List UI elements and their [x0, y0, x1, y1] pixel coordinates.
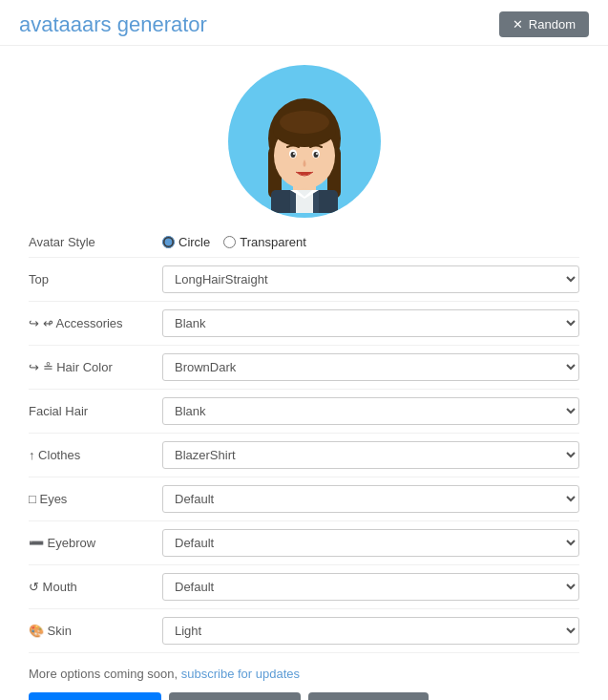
- accessories-value: Blank Kurt Prescription01 Prescription02…: [162, 309, 579, 337]
- avatar-style-transparent-option[interactable]: Transparent: [223, 235, 306, 249]
- clothes-value: BlazerShirt BlazerSweater CollarSweater …: [162, 441, 579, 469]
- app-header: avataaars generator ✕ Random: [0, 0, 608, 46]
- avatar-svg: [233, 70, 376, 213]
- top-row: Top LongHairStraight LongHairBigHair Lon…: [29, 258, 579, 302]
- top-value: LongHairStraight LongHairBigHair LongHai…: [162, 265, 579, 293]
- download-svg-button[interactable]: ⬇ Download SVG: [169, 692, 301, 700]
- subscribe-link[interactable]: subscribe for updates: [181, 667, 300, 681]
- facial-hair-value: Blank BeardLight BeardMagestic BeardMedi…: [162, 397, 579, 425]
- mouth-row: ↺ Mouth Default Concerned Disbelief Eati…: [29, 565, 579, 609]
- avatar-style-circle-label: Circle: [178, 235, 210, 249]
- avatar-style-circle-option[interactable]: Circle: [162, 235, 210, 249]
- footer-section: More options coming soon, subscribe for …: [0, 653, 608, 700]
- eyebrow-row: ➖ Eyebrow Default Angry AngryNatural Def…: [29, 521, 579, 565]
- skin-value: Tanned Yellow Pale Light Brown DarkBrown…: [162, 617, 579, 645]
- hair-color-value: Auburn Black Blonde BlondeGolden Brown B…: [162, 353, 579, 381]
- eyebrow-label: ➖ Eyebrow: [29, 536, 162, 550]
- eyebrow-value: Default Angry AngryNatural DefaultNatura…: [162, 529, 579, 557]
- mouth-select[interactable]: Default Concerned Disbelief Eating Grima…: [162, 573, 579, 601]
- facial-hair-label: Facial Hair: [29, 404, 162, 418]
- facial-hair-row: Facial Hair Blank BeardLight BeardMagest…: [29, 390, 579, 434]
- hair-color-select[interactable]: Auburn Black Blonde BlondeGolden Brown B…: [162, 353, 579, 381]
- clothes-row: ↑ Clothes BlazerShirt BlazerSweater Coll…: [29, 434, 579, 477]
- download-png-button[interactable]: ⬇ Download PNG: [29, 692, 161, 700]
- hair-color-row: ↪ ≗ Hair Color Auburn Black Blonde Blond…: [29, 346, 579, 390]
- accessories-row: ↪ ↫ Accessories Blank Kurt Prescription0…: [29, 302, 579, 346]
- avatar-style-circle-radio[interactable]: [162, 236, 175, 248]
- random-icon: ✕: [513, 17, 523, 32]
- avatar-style-options: Circle Transparent: [162, 235, 579, 249]
- controls-section: Avatar Style Circle Transparent Top Long…: [0, 227, 608, 653]
- mouth-value: Default Concerned Disbelief Eating Grima…: [162, 573, 579, 601]
- avatar-style-row: Avatar Style Circle Transparent: [29, 227, 579, 258]
- avatar-circle: [228, 65, 381, 218]
- avatar-style-transparent-label: Transparent: [240, 235, 306, 249]
- accessories-select[interactable]: Blank Kurt Prescription01 Prescription02…: [162, 309, 579, 337]
- skin-row: 🎨 Skin Tanned Yellow Pale Light Brown Da…: [29, 609, 579, 653]
- accessories-label: ↪ ↫ Accessories: [29, 316, 162, 330]
- svg-point-12: [316, 153, 318, 155]
- action-buttons: ⬇ Download PNG ⬇ Download SVG </> Show R…: [29, 692, 579, 700]
- hair-color-label: ↪ ≗ Hair Color: [29, 360, 162, 374]
- random-button-label: Random: [529, 17, 576, 32]
- top-label: Top: [29, 272, 162, 286]
- svg-point-10: [313, 152, 318, 158]
- mouth-label: ↺ Mouth: [29, 580, 162, 594]
- skin-select[interactable]: Tanned Yellow Pale Light Brown DarkBrown…: [162, 617, 579, 645]
- avatar-style-label: Avatar Style: [29, 235, 162, 249]
- skin-label: 🎨 Skin: [29, 624, 162, 638]
- app-title: avataaars generator: [19, 12, 207, 37]
- eyes-row: □ Eyes Default Close Cry Dizzy EyeRoll H…: [29, 477, 579, 521]
- clothes-select[interactable]: BlazerShirt BlazerSweater CollarSweater …: [162, 441, 579, 469]
- show-react-button[interactable]: </> Show React: [308, 692, 430, 700]
- eyebrow-select[interactable]: Default Angry AngryNatural DefaultNatura…: [162, 529, 579, 557]
- more-options-text: More options coming soon, subscribe for …: [29, 667, 579, 681]
- random-button[interactable]: ✕ Random: [499, 11, 589, 37]
- svg-point-9: [290, 152, 295, 158]
- svg-point-6: [280, 111, 329, 134]
- top-select[interactable]: LongHairStraight LongHairBigHair LongHai…: [162, 265, 579, 293]
- eyes-value: Default Close Cry Dizzy EyeRoll Happy He…: [162, 485, 579, 513]
- clothes-label: ↑ Clothes: [29, 448, 162, 462]
- facial-hair-select[interactable]: Blank BeardLight BeardMagestic BeardMedi…: [162, 397, 579, 425]
- eyes-select[interactable]: Default Close Cry Dizzy EyeRoll Happy He…: [162, 485, 579, 513]
- svg-point-11: [293, 153, 295, 155]
- avatar-preview-area: [0, 46, 608, 227]
- avatar-style-transparent-radio[interactable]: [223, 236, 236, 248]
- eyes-label: □ Eyes: [29, 492, 162, 506]
